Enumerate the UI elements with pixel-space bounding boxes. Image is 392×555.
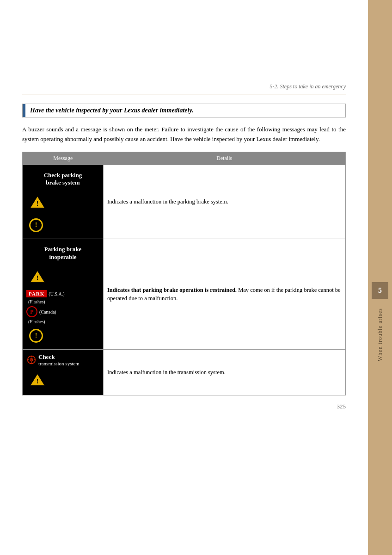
transmission-title: Check transmission system <box>38 353 80 366</box>
page-header: 5-2. Steps to take in an emergency <box>22 0 346 94</box>
section-heading-box: Have the vehicle inspected by your Lexus… <box>22 104 346 117</box>
details-bold-2: Indicates that parking brake operation i… <box>107 287 237 293</box>
details-cell-2: Indicates that parking brake operation i… <box>104 239 346 350</box>
warning-circle-icon-1: ! <box>26 216 46 235</box>
park-badge-usa: PARK <box>26 290 47 297</box>
details-cell-3: Indicates a malfunction in the transmiss… <box>104 350 346 395</box>
details-text-1: Indicates a malfunction in the parking b… <box>107 198 228 205</box>
chapter-number: 5 <box>372 282 388 299</box>
sidebar-strip: 5 When trouble arises <box>368 0 392 555</box>
svg-text:!: ! <box>36 200 38 208</box>
check-label: Check <box>38 353 80 361</box>
park-canada-row: P (Canada) <box>26 306 99 317</box>
header-divider <box>22 94 346 94</box>
page-number: 325 <box>22 403 346 410</box>
message-cell-3: ! Check transmission system <box>23 350 104 395</box>
message-cell-2: Parking brakeinoperable ! PARK (U.S.A.) <box>23 239 104 350</box>
park-canada-sub: (Flashes) <box>28 319 99 324</box>
details-text-3: Indicates a malfunction in the transmiss… <box>107 369 226 376</box>
park-usa-sub: (Flashes) <box>28 299 99 304</box>
svg-text:!: ! <box>36 377 38 385</box>
park-usa-row: PARK (U.S.A.) <box>26 290 99 297</box>
col-details-header: Details <box>104 152 346 165</box>
message-text-2: Parking brakeinoperable <box>26 243 99 264</box>
info-table: Message Details Check parkingbrake syste… <box>22 152 346 396</box>
svg-text:!: ! <box>36 274 38 282</box>
transmission-label: transmission system <box>38 361 80 366</box>
warning-circle-icon-2: ! <box>26 326 46 345</box>
section-heading-text: Have the vehicle inspected by your Lexus… <box>25 104 198 117</box>
col-message-header: Message <box>23 152 104 165</box>
warning-triangle-icon-1: ! <box>26 192 49 214</box>
park-canada-label: (Canada) <box>39 309 56 314</box>
message-cell-1: Check parkingbrake system ! ! <box>23 165 104 239</box>
table-row: ! Check transmission system <box>23 350 346 395</box>
sidebar-label: When trouble arises <box>377 308 384 361</box>
table-row: Check parkingbrake system ! ! <box>23 165 346 239</box>
transmission-header: ! Check transmission system <box>26 353 99 366</box>
message-text-1: Check parkingbrake system <box>26 169 99 190</box>
table-row: Parking brakeinoperable ! PARK (U.S.A.) <box>23 239 346 350</box>
main-content: 5-2. Steps to take in an emergency Have … <box>0 0 368 410</box>
details-cell-1: Indicates a malfunction in the parking b… <box>104 165 346 239</box>
circle-exclamation-2: ! <box>29 329 43 343</box>
warning-triangle-icon-2: ! <box>26 267 49 288</box>
warning-triangle-icon-3: ! <box>26 370 49 391</box>
body-paragraph: A buzzer sounds and a message is shown o… <box>22 125 346 144</box>
gear-warning-icon: ! <box>26 355 37 365</box>
p-circle-badge-canada: P <box>26 306 37 317</box>
circle-exclamation-1: ! <box>29 218 43 232</box>
header-section-label: 5-2. Steps to take in an emergency <box>270 83 346 90</box>
park-usa-label: (U.S.A.) <box>49 291 64 296</box>
svg-text:!: ! <box>31 358 32 363</box>
